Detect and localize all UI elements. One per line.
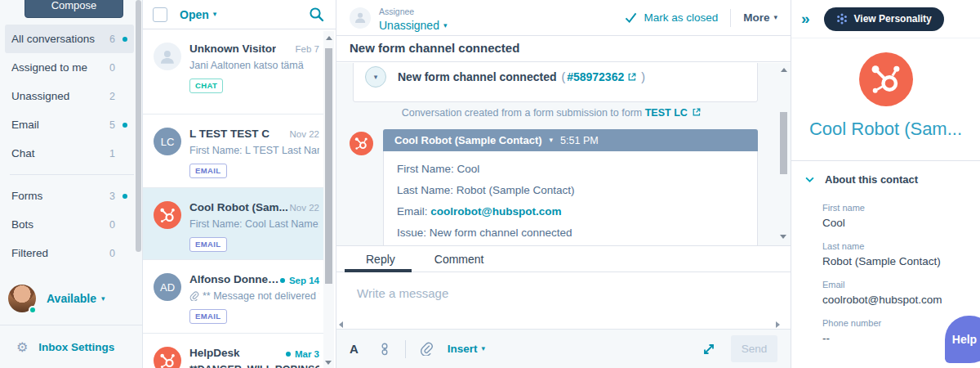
expand-editor-icon[interactable] <box>702 343 715 356</box>
system-note: Conversation created from a form submiss… <box>336 107 766 119</box>
check-icon <box>625 12 637 23</box>
sidebar-item-email[interactable]: Email 5 <box>5 110 134 139</box>
message-line: Last Name: Robot (Sample Contact) <box>397 180 744 201</box>
tab-comment[interactable]: Comment <box>434 253 484 266</box>
email-link[interactable]: coolrobot@hubspot.com <box>430 205 561 218</box>
scroll-up-arrow[interactable] <box>326 36 332 40</box>
message-bubble-header: Cool Robot (Sample Contact) ▾ 5:51 PM <box>383 129 758 151</box>
sidebar-item-filtered[interactable]: Filtered 0 <box>5 239 134 267</box>
sidebar-item-all-conversations[interactable]: All conversations 6 <box>5 25 134 53</box>
conversation-name: HelpDesk <box>189 347 240 359</box>
conversation-name: Alfonso Donnelly <box>189 273 280 285</box>
external-link-icon <box>628 73 636 81</box>
hubspot-sprocket-avatar <box>350 132 373 155</box>
system-event-card: ▾ New form channel connected ( #58972362… <box>353 63 758 102</box>
scroll-up-arrow[interactable] <box>781 68 787 72</box>
message-line: Email: coolrobot@hubspot.com <box>397 201 744 222</box>
composer-toolbar: A Insert ▾ Send <box>336 329 791 368</box>
assignee-avatar <box>350 7 371 29</box>
message-sender: Cool Robot (Sample Contact) <box>394 134 542 146</box>
conversation-items: Unknown Visitor Feb 7 Jani Aaltonen kats… <box>143 29 324 368</box>
unread-dot <box>280 278 285 283</box>
scrollbar-thumb[interactable] <box>325 48 332 284</box>
nav-count: 0 <box>102 62 115 74</box>
hubspot-sprocket-avatar <box>154 201 181 229</box>
view-personality-button[interactable]: View Personality <box>824 7 944 31</box>
collapse-event-button[interactable]: ▾ <box>365 66 386 88</box>
sidebar-item-bots[interactable]: Bots 0 <box>5 210 134 239</box>
conversation-item[interactable]: LC L TEST TEST C Nov 22 First Name: L TE… <box>143 114 324 188</box>
search-icon[interactable] <box>309 7 324 22</box>
conversation-name: Cool Robot (Sam... <box>189 201 288 213</box>
divider <box>730 9 731 27</box>
inbox-sidebar: Compose All conversations 6 Assigned to … <box>0 0 143 368</box>
link-icon[interactable] <box>378 343 391 356</box>
send-button[interactable]: Send <box>731 335 777 362</box>
message-editor[interactable]: Write a message <box>336 273 791 321</box>
form-link[interactable]: TEST LC <box>645 107 688 119</box>
select-all-checkbox[interactable] <box>153 7 167 22</box>
contact-logo-avatar <box>859 52 913 106</box>
conversation-preview: First Name: L TEST Last Name: ... <box>189 145 319 156</box>
contact-panel: » View Personality Cool Robot (Sam... Ab… <box>791 0 980 368</box>
channel-badge: CHAT <box>189 79 223 93</box>
external-link-icon <box>693 108 701 116</box>
attach-file-icon[interactable] <box>420 342 434 356</box>
settings-label: Inbox Settings <box>38 341 114 353</box>
about-contact-toggle[interactable]: About this contact <box>791 173 980 186</box>
sidebar-scrollbar[interactable] <box>136 0 141 252</box>
nav-label: Email <box>11 119 39 131</box>
nav-count: 0 <box>102 248 115 259</box>
composer-tabs: Reply Comment <box>336 245 791 272</box>
contact-field: Email coolrobot@hubspot.com <box>822 280 980 306</box>
scroll-right-arrow[interactable] <box>776 321 780 328</box>
nav-count: 2 <box>102 91 115 102</box>
more-dropdown[interactable]: More ▾ <box>743 11 777 24</box>
conversation-item[interactable]: Unknown Visitor Feb 7 Jani Aaltonen kats… <box>143 29 324 114</box>
availability-label: Available <box>47 292 96 305</box>
user-avatar <box>8 285 36 312</box>
message-line: First Name: Cool <box>397 159 744 180</box>
collapse-panel-icon[interactable]: » <box>801 10 810 28</box>
status-filter-dropdown[interactable]: Open ▾ <box>180 8 216 21</box>
nav-label: Unassigned <box>11 90 69 102</box>
help-button[interactable]: Help <box>945 316 980 363</box>
conversation-list-scrollbar[interactable] <box>323 31 334 368</box>
insert-dropdown[interactable]: Insert ▾ <box>448 343 485 355</box>
panel-divider <box>791 160 980 161</box>
thread-scrollbar[interactable] <box>778 66 789 242</box>
scroll-down-arrow[interactable] <box>780 235 786 239</box>
assignee-dropdown[interactable]: Unassigned ▾ <box>379 19 447 34</box>
conversation-list-header: Open ▾ <box>143 0 336 29</box>
conversation-item-selected[interactable]: Cool Robot (Sam... Nov 22 First Name: Co… <box>143 188 324 260</box>
inbox-settings-link[interactable]: ⚙ Inbox Settings <box>0 325 142 368</box>
field-label: Last name <box>822 241 980 251</box>
sidebar-item-forms[interactable]: Forms 3 <box>5 182 134 210</box>
scrollbar-thumb[interactable] <box>780 112 787 174</box>
availability-dropdown[interactable]: Available ▾ <box>8 285 105 312</box>
conversation-item[interactable]: HelpDesk Mar 3 **DANGER, WILL ROBINSON!.… <box>143 334 324 368</box>
scroll-left-arrow[interactable] <box>339 321 343 328</box>
message-body: First Name: Cool Last Name: Robot (Sampl… <box>383 151 758 245</box>
visitor-avatar <box>154 43 181 70</box>
sidebar-item-assigned-to-me[interactable]: Assigned to me 0 <box>5 53 134 82</box>
unread-dot <box>122 123 127 128</box>
compose-button[interactable]: Compose <box>24 0 123 18</box>
tab-reply[interactable]: Reply <box>366 253 395 266</box>
sender-caret-down-icon[interactable]: ▾ <box>550 137 554 144</box>
nav-label: Filtered <box>11 247 48 259</box>
text-format-button[interactable]: A <box>350 342 359 356</box>
conversation-item[interactable]: AD Alfonso Donnelly Sep 14 ** Message no… <box>143 260 324 334</box>
thread-header: Assignee Unassigned ▾ Mark as closed Mor… <box>336 0 791 36</box>
nav-label: Assigned to me <box>11 61 87 74</box>
active-tab-underline <box>345 269 412 272</box>
nav-count: 1 <box>102 148 115 159</box>
sidebar-item-chat[interactable]: Chat 1 <box>5 139 134 168</box>
ticket-link[interactable]: #58972362 <box>567 70 624 83</box>
conversation-preview: ** Message not delivered *... <box>189 290 319 302</box>
sidebar-item-unassigned[interactable]: Unassigned 2 <box>5 82 134 110</box>
editor-horizontal-scrollbar[interactable] <box>336 321 791 329</box>
conversation-preview: **DANGER, WILL ROBINSON!... <box>189 364 319 368</box>
scroll-down-arrow[interactable] <box>325 361 332 365</box>
mark-as-closed-button[interactable]: Mark as closed <box>625 11 718 24</box>
